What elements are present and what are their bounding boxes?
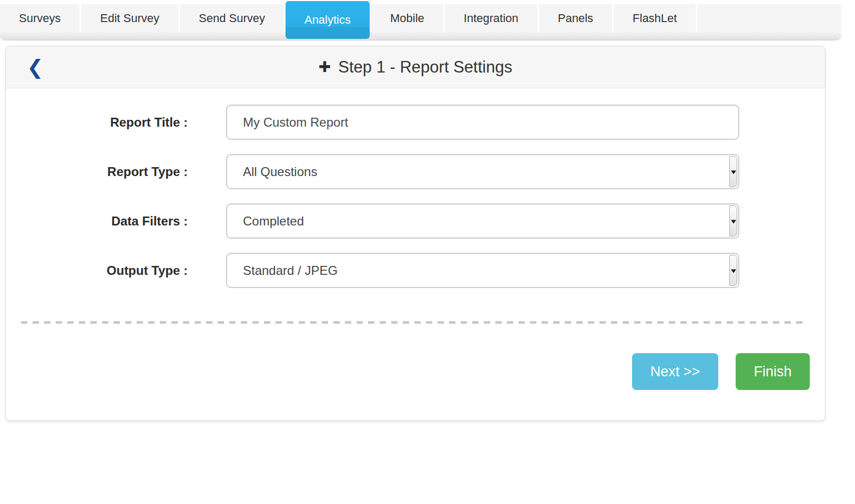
chevron-down-icon [729, 205, 737, 236]
report-type-label: Report Type : [6, 164, 188, 179]
plus-icon: ✚ [319, 58, 331, 76]
card-header: ❮ ✚Step 1 - Report Settings [6, 46, 825, 88]
output-type-select[interactable]: Standard / JPEG [226, 253, 739, 288]
data-filters-row: Data Filters : Completed [6, 203, 825, 239]
tab-flashlet[interactable]: FlashLet [614, 4, 697, 33]
output-type-row: Output Type : Standard / JPEG [6, 253, 825, 288]
data-filters-label: Data Filters : [6, 214, 188, 229]
chevron-down-icon [729, 156, 737, 187]
output-type-value: Standard / JPEG [243, 263, 338, 278]
finish-button[interactable]: Finish [736, 353, 810, 390]
page-title: ✚Step 1 - Report Settings [6, 46, 825, 88]
report-settings-form: Report Title : Report Type : All Questio… [6, 88, 825, 288]
data-filters-value: Completed [243, 214, 304, 229]
tab-integration[interactable]: Integration [445, 4, 539, 33]
report-type-value: All Questions [243, 164, 317, 179]
chevron-down-icon [729, 255, 737, 286]
data-filters-select[interactable]: Completed [226, 203, 739, 239]
report-settings-card: ❮ ✚Step 1 - Report Settings Report Title… [5, 46, 826, 421]
next-button[interactable]: Next >> [632, 353, 718, 390]
page-title-text: Step 1 - Report Settings [338, 58, 512, 76]
dashed-divider [21, 321, 804, 324]
tab-send-survey[interactable]: Send Survey [180, 4, 286, 33]
tab-surveys[interactable]: Surveys [0, 4, 81, 33]
report-title-row: Report Title : [6, 105, 825, 140]
report-title-label: Report Title : [6, 115, 188, 130]
report-type-select[interactable]: All Questions [226, 154, 739, 189]
tab-edit-survey[interactable]: Edit Survey [81, 4, 180, 33]
report-type-row: Report Type : All Questions [6, 154, 825, 189]
tab-analytics[interactable]: Analytics [286, 1, 370, 39]
wizard-buttons: Next >> Finish [6, 353, 825, 390]
tab-mobile[interactable]: Mobile [371, 4, 445, 33]
tab-list: Surveys Edit Survey Send Survey Analytic… [0, 4, 841, 33]
tab-bar: Surveys Edit Survey Send Survey Analytic… [0, 4, 841, 40]
report-title-input[interactable] [226, 105, 739, 140]
output-type-label: Output Type : [6, 263, 188, 278]
tab-panels[interactable]: Panels [539, 4, 614, 33]
